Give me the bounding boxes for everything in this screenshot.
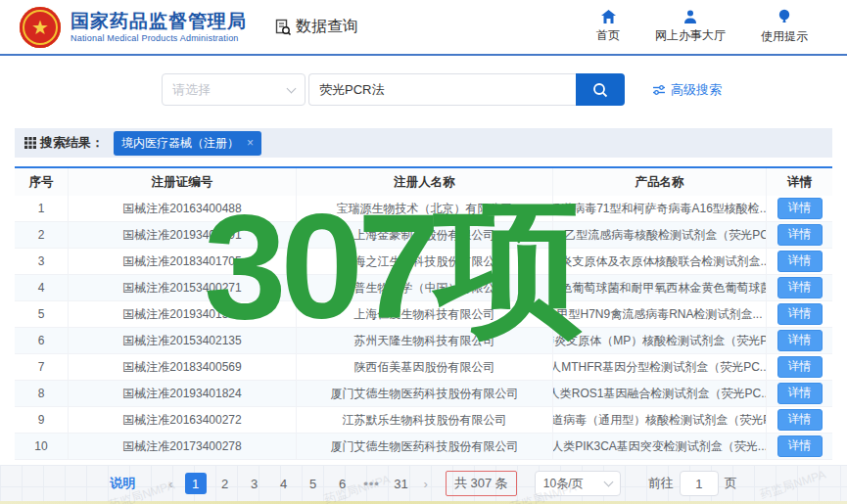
- row-cert: 国械注准20193400891: [69, 222, 297, 248]
- user-icon: [682, 9, 698, 24]
- search-icon: [591, 81, 609, 99]
- detail-button[interactable]: 详情: [777, 409, 823, 431]
- total-count-badge: 共 307 条: [446, 471, 517, 496]
- row-cert: 国械注准20183401705: [69, 249, 297, 274]
- row-no: 2: [15, 222, 69, 248]
- site-title: 国家药品监督管理局: [71, 11, 247, 33]
- prev-page-arrow[interactable]: ‹: [165, 477, 176, 491]
- detail-button[interactable]: 详情: [777, 224, 823, 246]
- nav-home-label: 首页: [596, 27, 620, 44]
- page-button-4[interactable]: 4: [273, 473, 295, 494]
- row-product: 甲、乙型流感病毒核酸检测试剂盒（荧光PC...: [553, 222, 767, 248]
- detail-button[interactable]: 详情: [777, 435, 823, 457]
- goto-prefix-label: 前往: [648, 475, 674, 492]
- row-registrant: 宝瑞源生物技术（北京）有限公司: [297, 196, 553, 221]
- next-page-arrow[interactable]: ›: [420, 477, 432, 491]
- row-cert: 国械注准20183400569: [69, 354, 297, 380]
- row-cert: 国械注准20153400271: [69, 275, 297, 300]
- pagination: 说明 ‹ 1 2 3 4 5 6 ••• 31 › 共 307 条 10条/页 …: [0, 470, 847, 497]
- site-brand: 国家药品监督管理局 National Medical Products Admi…: [71, 11, 247, 43]
- row-registrant: 陕西佰美基因股份有限公司: [297, 354, 553, 380]
- page-button-3[interactable]: 3: [244, 473, 265, 494]
- row-registrant: 苏州天隆生物科技有限公司: [297, 328, 553, 353]
- nav-online-hall[interactable]: 网上办事大厅: [655, 9, 726, 45]
- page-button-1[interactable]: 1: [185, 473, 207, 494]
- detail-button[interactable]: 详情: [777, 277, 823, 298]
- search-button[interactable]: [576, 73, 625, 106]
- row-registrant: 厦门艾德生物医药科技股份有限公司: [297, 381, 553, 406]
- col-header-product: 产品名称: [553, 168, 767, 196]
- site-subtitle: National Medical Products Administration: [71, 33, 247, 43]
- row-cert: 国械注准20163400488: [69, 196, 297, 221]
- page-size-select[interactable]: 10条/页: [535, 471, 621, 496]
- row-product: 肺炎支原体及衣原体核酸联合检测试剂盒...: [553, 249, 767, 274]
- row-product: 肠道病毒71型和柯萨奇病毒A16型核酸检...: [553, 196, 767, 221]
- row-no: 3: [15, 249, 69, 274]
- row-registrant: 泰普生物科学（中国）有限公司: [297, 275, 553, 300]
- table-row: 4 国械注准20153400271 泰普生物科学（中国）有限公司 金黄色葡萄球菌…: [15, 275, 832, 301]
- advanced-search-label: 高级搜索: [671, 81, 722, 99]
- col-header-cert: 注册证编号: [69, 168, 297, 196]
- row-registrant: 上海之江生物科技股份有限公司: [297, 249, 553, 274]
- detail-button[interactable]: 详情: [777, 356, 823, 378]
- page-size-value: 10条/页: [543, 476, 584, 492]
- detail-button[interactable]: 详情: [777, 198, 823, 219]
- chevron-down-icon: [287, 83, 297, 93]
- row-product: 人类ROS1基因融合检测试剂盒（荧光PC...: [553, 381, 767, 406]
- row-product: 人MTHFR基因分型检测试剂盒（荧光PC...: [553, 354, 767, 380]
- table-row: 3 国械注准20183401705 上海之江生物科技股份有限公司 肺炎支原体及衣…: [15, 249, 832, 275]
- advanced-search-link[interactable]: 高级搜索: [652, 81, 722, 99]
- header-nav: 首页 网上办事大厅 使用提示: [596, 9, 808, 45]
- row-no: 7: [15, 354, 69, 380]
- search-result-bar: 搜索结果： 境内医疗器械（注册） ×: [15, 128, 832, 158]
- filter-tag-label: 境内医疗器械（注册）: [121, 135, 239, 152]
- page-ellipsis[interactable]: •••: [361, 473, 383, 494]
- page-button-31[interactable]: 31: [391, 473, 412, 494]
- goto-page-input[interactable]: [680, 471, 719, 496]
- national-emblem-logo: ★: [20, 7, 61, 48]
- nav-usage-tips-label: 使用提示: [761, 28, 808, 45]
- detail-button[interactable]: 详情: [777, 251, 823, 272]
- home-icon: [600, 9, 617, 24]
- nav-usage-tips[interactable]: 使用提示: [761, 9, 808, 45]
- row-cert: 国械注准20193401824: [69, 381, 297, 406]
- row-no: 5: [15, 301, 69, 327]
- note-link[interactable]: 说明: [110, 475, 135, 492]
- table-row: 6 国械注准20153402135 苏州天隆生物科技有限公司 肺炎支原体（MP）…: [15, 328, 832, 354]
- table-header-row: 序号 注册证编号 注册人名称 产品名称 详情: [15, 168, 832, 196]
- detail-button[interactable]: 详情: [777, 330, 823, 351]
- detail-button[interactable]: 详情: [777, 383, 823, 404]
- row-registrant: 上海金豪制药股份有限公司: [297, 222, 553, 248]
- category-select[interactable]: 请选择: [162, 73, 306, 106]
- row-cert: 国械注准20153402135: [69, 328, 297, 353]
- row-no: 1: [15, 196, 69, 221]
- page-button-2[interactable]: 2: [214, 473, 236, 494]
- row-product: 人类PIK3CA基因突变检测试剂盒（荧光...: [553, 434, 767, 459]
- tag-close-icon[interactable]: ×: [247, 136, 254, 150]
- page: ★ 国家药品监督管理局 National Medical Products Ad…: [0, 0, 847, 504]
- table-row: 7 国械注准20183400569 陕西佰美基因股份有限公司 人MTHFR基因分…: [15, 354, 832, 381]
- filter-tag-domestic-device[interactable]: 境内医疗器械（注册） ×: [114, 131, 261, 156]
- table-row: 1 国械注准20163400488 宝瑞源生物技术（北京）有限公司 肠道病毒71…: [15, 196, 832, 222]
- header: ★ 国家药品监督管理局 National Medical Products Ad…: [0, 0, 847, 56]
- app-title-data-query[interactable]: 数据查询: [274, 17, 358, 37]
- nav-home[interactable]: 首页: [596, 9, 620, 45]
- row-cert: 国械注准20163400272: [69, 407, 297, 433]
- app-title-label: 数据查询: [296, 17, 358, 37]
- row-no: 4: [15, 275, 69, 300]
- row-no: 10: [15, 434, 69, 459]
- page-button-5[interactable]: 5: [303, 473, 324, 494]
- detail-button[interactable]: 详情: [777, 303, 823, 325]
- table-row: 2 国械注准20193400891 上海金豪制药股份有限公司 甲、乙型流感病毒核…: [15, 222, 832, 249]
- nav-online-hall-label: 网上办事大厅: [655, 27, 726, 44]
- row-cert: 国械注准20173400278: [69, 434, 297, 459]
- search-input[interactable]: [308, 73, 576, 106]
- row-cert: 国械注准20193401501: [69, 301, 297, 327]
- row-registrant: 厦门艾德生物医药科技股份有限公司: [297, 434, 553, 459]
- results-table: 序号 注册证编号 注册人名称 产品名称 详情 1 国械注准20163400488…: [15, 166, 832, 460]
- col-header-no: 序号: [15, 168, 69, 196]
- row-product: 甲型H7N9禽流感病毒RNA检测试剂盒...: [553, 301, 767, 327]
- page-button-6[interactable]: 6: [332, 473, 353, 494]
- category-select-placeholder: 请选择: [172, 81, 288, 99]
- row-product: 肺炎支原体（MP）核酸检测试剂盒（荧光P...: [553, 328, 767, 353]
